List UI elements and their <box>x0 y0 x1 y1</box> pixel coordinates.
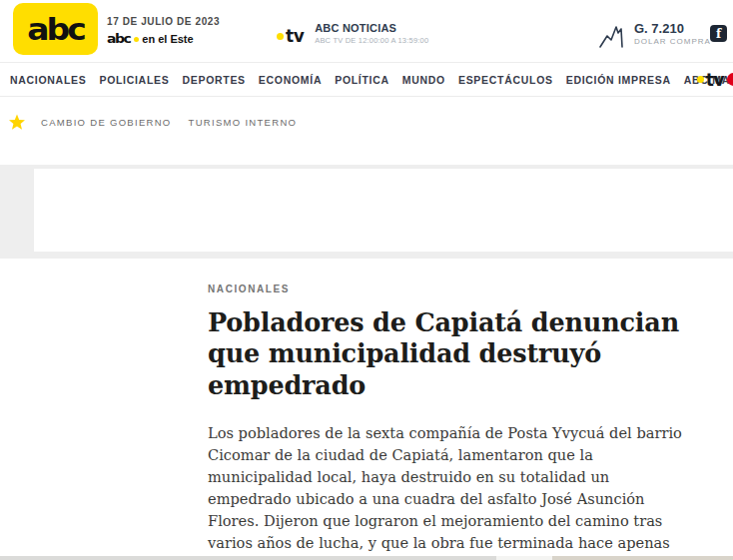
below-fold-segment <box>552 556 733 560</box>
trend-chart-icon <box>598 23 626 49</box>
article-category[interactable]: NACIONALES <box>208 283 689 294</box>
yellow-dot-icon <box>134 37 139 42</box>
nav-item-economia[interactable]: ECONOMÍA <box>259 74 322 86</box>
trending-bar: CAMBIO DE GOBIERNO TURISMO INTERNO <box>0 97 733 147</box>
edition-label: en el Este <box>142 33 193 45</box>
edition-abc-logo: abc <box>107 32 130 46</box>
trending-item-cambio-de-gobierno[interactable]: CAMBIO DE GOBIERNO <box>41 117 172 128</box>
facebook-icon[interactable]: f <box>710 25 727 42</box>
below-fold-content-edge <box>0 556 733 560</box>
nav-item-espectaculos[interactable]: ESPECTÁCULOS <box>458 74 553 86</box>
currency-widget[interactable]: G. 7.210 DOLAR COMPRA <box>598 21 711 49</box>
tv-logo-text: tv <box>286 26 304 46</box>
red-dot-icon <box>727 73 733 86</box>
ad-placeholder <box>34 169 733 252</box>
below-fold-segment <box>0 556 496 560</box>
article-body: Los pobladores de la sexta compañía de P… <box>208 422 689 560</box>
nav-tv-text: tv <box>706 70 724 90</box>
tv-subtitle: ABC TV DE 12:00:00 A 13:59:00 <box>315 36 428 45</box>
nav-item-politica[interactable]: POLÍTICA <box>335 74 389 86</box>
yellow-dot-icon <box>277 33 284 40</box>
site-header: abc 17 DE JULIO DE 2023 abc en el Este t… <box>0 0 733 62</box>
abc-logo[interactable]: abc <box>13 3 98 55</box>
main-nav: NACIONALES POLICIALES DEPORTES ECONOMÍA … <box>0 62 733 97</box>
nav-item-edicion-impresa[interactable]: EDICIÓN IMPRESA <box>566 74 671 86</box>
ad-band <box>0 165 733 259</box>
edition-badge[interactable]: abc en el Este <box>107 31 220 47</box>
star-icon <box>8 114 26 131</box>
nav-item-mundo[interactable]: MUNDO <box>402 74 445 86</box>
article-headline[interactable]: Pobladores de Capiatá denuncian que muni… <box>208 307 689 401</box>
article: NACIONALES Pobladores de Capiatá denunci… <box>208 283 689 560</box>
currency-label: DOLAR COMPRA <box>634 37 711 46</box>
nav-item-policiales[interactable]: POLICIALES <box>99 74 169 86</box>
trending-item-turismo-interno[interactable]: TURISMO INTERNO <box>189 117 298 128</box>
header-date: 17 DE JULIO DE 2023 <box>107 16 220 27</box>
nav-tv-badge[interactable]: tv <box>697 63 733 96</box>
nav-item-nacionales[interactable]: NACIONALES <box>10 74 86 86</box>
tv-logo: tv <box>277 26 304 46</box>
yellow-dot-icon <box>697 76 704 83</box>
currency-text: G. 7.210 DOLAR COMPRA <box>634 21 711 46</box>
currency-value: G. 7.210 <box>634 21 711 36</box>
nav-item-deportes[interactable]: DEPORTES <box>182 74 245 86</box>
date-block: 17 DE JULIO DE 2023 abc en el Este <box>107 16 220 47</box>
abc-logo-text: abc <box>27 11 83 47</box>
tv-title: ABC NOTICIAS <box>315 22 428 34</box>
tv-schedule: ABC NOTICIAS ABC TV DE 12:00:00 A 13:59:… <box>315 22 428 45</box>
below-fold-segment <box>496 556 552 560</box>
abc-tv-block[interactable]: tv ABC NOTICIAS ABC TV DE 12:00:00 A 13:… <box>277 22 428 46</box>
